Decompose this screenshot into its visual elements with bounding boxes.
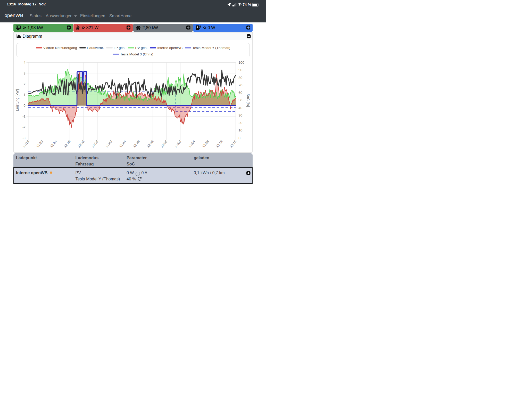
- svg-text:13:00: 13:00: [174, 139, 182, 148]
- svg-text:80: 80: [238, 76, 242, 80]
- svg-text:12:20: 12:20: [36, 139, 44, 148]
- svg-text:13:08: 13:08: [201, 139, 210, 148]
- svg-text:12:32: 12:32: [77, 139, 85, 148]
- svg-text:1: 1: [24, 93, 26, 97]
- svg-text:12:24: 12:24: [49, 139, 57, 148]
- svg-text:12:44: 12:44: [118, 139, 127, 148]
- svg-text:13:04: 13:04: [188, 139, 196, 148]
- svg-text:50: 50: [238, 98, 242, 102]
- svg-text:2: 2: [24, 82, 26, 86]
- svg-text:4: 4: [24, 61, 26, 64]
- svg-text:70: 70: [238, 83, 242, 87]
- svg-text:-2: -2: [22, 125, 25, 129]
- svg-text:30: 30: [238, 113, 242, 117]
- svg-text:SoC [%]: SoC [%]: [246, 94, 250, 107]
- svg-text:Leistung [kW]: Leistung [kW]: [15, 89, 19, 111]
- svg-text:12:48: 12:48: [132, 139, 140, 148]
- svg-text:100: 100: [238, 61, 244, 64]
- svg-text:12:16: 12:16: [22, 139, 30, 148]
- svg-text:13:16: 13:16: [229, 139, 237, 148]
- svg-text:40: 40: [238, 106, 242, 110]
- svg-text:0: 0: [24, 104, 26, 107]
- svg-text:12:56: 12:56: [160, 139, 168, 148]
- svg-text:12:40: 12:40: [105, 139, 113, 148]
- svg-text:0: 0: [238, 136, 240, 140]
- svg-text:-1: -1: [22, 114, 25, 118]
- svg-text:12:28: 12:28: [63, 139, 71, 148]
- svg-text:-3: -3: [22, 136, 25, 140]
- svg-text:12:52: 12:52: [146, 139, 154, 148]
- svg-text:12:36: 12:36: [91, 139, 99, 148]
- svg-text:10: 10: [238, 128, 242, 132]
- svg-text:3: 3: [24, 71, 26, 75]
- svg-text:20: 20: [238, 121, 242, 125]
- svg-text:13:12: 13:12: [215, 139, 223, 148]
- svg-text:90: 90: [238, 68, 242, 72]
- svg-text:60: 60: [238, 91, 242, 95]
